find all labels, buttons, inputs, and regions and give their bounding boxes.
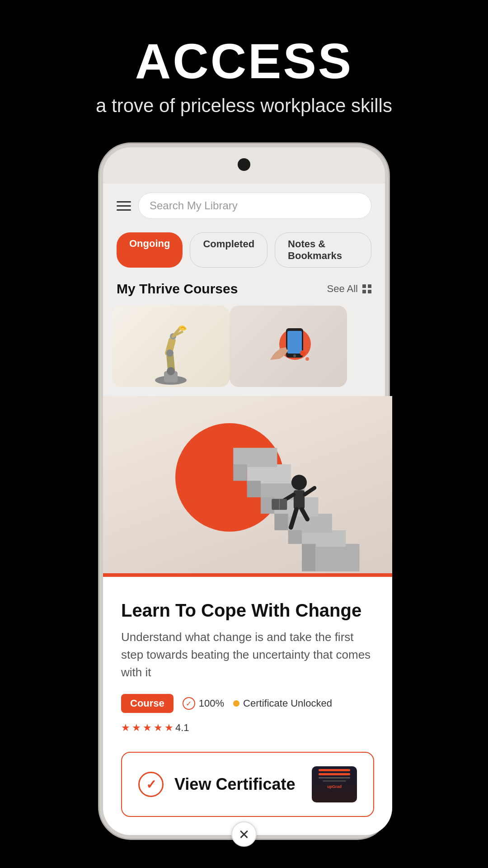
svg-rect-22 [302, 544, 315, 571]
course-card-phone[interactable] [230, 306, 347, 387]
view-certificate-button[interactable]: ✓ View Certificate upGrad [121, 752, 374, 817]
svg-rect-21 [233, 448, 277, 467]
search-placeholder: Search My Library [150, 199, 238, 212]
check-circle-icon: ✓ [183, 697, 195, 710]
cert-thumb-inner: upGrad [312, 766, 357, 802]
subtitle: a trove of priceless workplace skills [96, 95, 392, 117]
svg-point-5 [166, 349, 174, 357]
camera-hole [238, 158, 250, 171]
completion-meta: ✓ 100% [183, 697, 224, 710]
view-certificate-label: View Certificate [174, 775, 295, 794]
svg-point-13 [300, 350, 305, 356]
hamburger-line-1 [117, 201, 131, 203]
cert-button-left: ✓ View Certificate [138, 772, 295, 797]
course-cards-row [103, 306, 385, 396]
svg-rect-15 [315, 544, 359, 571]
course-description: Understand what change is and take the f… [121, 628, 374, 681]
svg-rect-11 [287, 331, 302, 354]
cert-thumb-brand: upGrad [327, 784, 342, 789]
completion-value: 100% [199, 698, 224, 709]
svg-rect-29 [294, 490, 305, 509]
course-name: Learn To Cope With Change [121, 599, 374, 621]
tab-notes-bookmarks[interactable]: Notes & Bookmarks [275, 232, 371, 268]
tab-ongoing[interactable]: Ongoing [117, 232, 183, 268]
main-title: ACCESS [96, 36, 392, 86]
course-card-robot[interactable] [112, 306, 230, 387]
section-title: My Thrive Courses [117, 281, 238, 297]
header-section: ACCESS a trove of priceless workplace sk… [96, 36, 392, 117]
course-hero-image [103, 396, 392, 577]
svg-line-33 [305, 488, 314, 495]
certificate-thumbnail: upGrad [312, 766, 357, 802]
cert-thumb-bar-1 [319, 769, 350, 771]
svg-point-14 [305, 357, 309, 361]
page-wrapper: ACCESS a trove of priceless workplace sk… [0, 0, 488, 868]
svg-point-4 [167, 367, 175, 375]
svg-point-12 [293, 354, 296, 357]
see-all-label: See All [327, 283, 358, 295]
section-header: My Thrive Courses See All [103, 277, 385, 306]
certificate-meta: Certificate Unlocked [233, 698, 332, 709]
hamburger-line-3 [117, 209, 131, 211]
cert-thumb-bar-4 [323, 780, 347, 782]
phone-top-bar [103, 147, 385, 184]
star-3: ★ [143, 722, 152, 734]
filter-tabs: Ongoing Completed Notes & Bookmarks [103, 228, 385, 277]
rating-number: 4.1 [175, 722, 189, 734]
svg-rect-24 [274, 514, 288, 530]
course-meta: Course ✓ 100% Certificate Unlocked ★ ★ ★… [121, 694, 374, 734]
svg-rect-23 [288, 530, 302, 544]
svg-rect-27 [233, 464, 247, 481]
svg-rect-20 [247, 464, 291, 484]
hamburger-menu-icon[interactable] [117, 201, 131, 211]
star-2: ★ [132, 722, 141, 734]
hamburger-line-2 [117, 205, 131, 207]
course-info: Learn To Cope With Change Understand wha… [121, 599, 374, 817]
star-5: ★ [164, 722, 174, 734]
svg-rect-26 [247, 481, 261, 497]
bottom-card: Learn To Cope With Change Understand wha… [103, 577, 392, 835]
star-4: ★ [154, 722, 163, 734]
svg-point-28 [291, 475, 307, 490]
phone-mockup: Search My Library Ongoing Completed Note… [99, 144, 389, 839]
star-1: ★ [121, 722, 130, 734]
orange-dot-icon [233, 700, 239, 707]
cert-check-icon: ✓ [138, 772, 164, 797]
course-type-badge: Course [121, 694, 174, 713]
search-bar[interactable]: Search My Library [138, 193, 371, 219]
tab-completed[interactable]: Completed [190, 232, 267, 268]
certificate-status: Certificate Unlocked [243, 698, 332, 709]
cert-thumb-bar-3 [319, 777, 350, 778]
see-all[interactable]: See All [327, 283, 372, 295]
close-button[interactable] [231, 821, 257, 847]
star-rating: ★ ★ ★ ★ ★ 4.1 [121, 722, 189, 734]
grid-view-icon [362, 284, 371, 293]
phone-screen: Search My Library Ongoing Completed Note… [103, 184, 385, 396]
app-header: Search My Library [103, 184, 385, 228]
cert-checkmark: ✓ [146, 777, 156, 792]
cert-thumb-bar-2 [319, 773, 350, 775]
